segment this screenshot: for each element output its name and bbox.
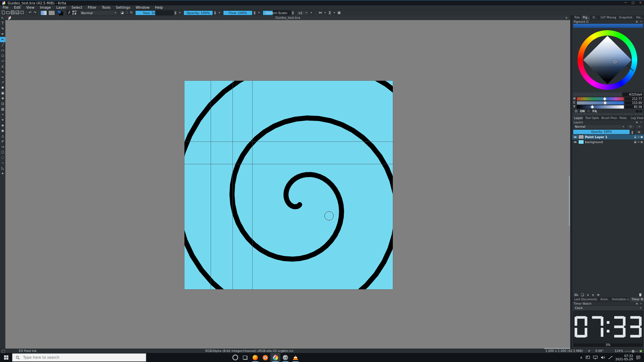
float-docker-icon[interactable]: ▣	[636, 20, 639, 23]
action-center-icon[interactable]	[636, 356, 641, 360]
toolbox-tool[interactable]: ▱	[0, 58, 5, 64]
workspace-chooser-button[interactable]	[72, 10, 77, 15]
blender-icon[interactable]	[260, 353, 270, 362]
docker-tab[interactable]: Timer W...	[630, 297, 644, 302]
luma-slider[interactable]	[577, 105, 624, 109]
alpha-lock-icon[interactable]: α	[638, 140, 639, 143]
flow-spinner[interactable]: ▲▼	[253, 10, 257, 15]
docker-tab[interactable]: Tela	[572, 15, 581, 20]
close-button[interactable]: ✕	[637, 1, 644, 5]
docker-tab[interactable]: Tool Optio...	[583, 116, 599, 120]
color-dot[interactable]	[636, 110, 639, 113]
toolbox-tool[interactable]: ✎	[0, 26, 5, 32]
alpha-checker[interactable]	[573, 93, 622, 97]
alpha-lock-icon[interactable]: α	[638, 135, 639, 138]
layer-options-button[interactable]: ≡	[635, 130, 643, 134]
document-close-icon[interactable]: ✕	[565, 16, 568, 19]
docker-tab[interactable]: Log Viewer	[629, 116, 644, 120]
visibility-eye-icon[interactable]	[573, 136, 577, 138]
toolbox-tool[interactable]: ∿	[0, 69, 5, 74]
docker-tab[interactable]: LUT Manag...	[598, 15, 617, 20]
docker-tab[interactable]: Brush Presets	[599, 116, 618, 120]
move-layer-up-button[interactable]: ∧	[592, 293, 594, 297]
toolbox-tool[interactable]: ↝	[0, 144, 5, 149]
layer-row-background[interactable]: background α ▣	[572, 139, 644, 144]
resources-button[interactable]	[20, 10, 25, 15]
guide-horizontal[interactable]	[184, 141, 393, 142]
delete-layer-button[interactable]	[639, 293, 642, 297]
docker-tab[interactable]: Layers	[572, 116, 583, 120]
firefox-icon[interactable]	[250, 353, 260, 362]
menu-item[interactable]: Window	[133, 5, 152, 9]
zoom-slider[interactable]	[625, 351, 638, 352]
task-view-icon[interactable]	[240, 353, 250, 362]
toolbox-tool[interactable]: ✱	[0, 85, 5, 90]
mirror-vertical-icon[interactable]: ⋈	[318, 10, 323, 15]
animation-frame-icon[interactable]: ▣	[640, 135, 643, 138]
new-document-button[interactable]	[1, 10, 6, 15]
toolbox-tool[interactable]: ▣	[0, 90, 5, 96]
docker-tab[interactable]: Last Documents Do...	[572, 297, 598, 302]
vm-window-icon[interactable]	[586, 356, 590, 359]
blending-mode-dropdown[interactable]: Normal▾	[79, 10, 118, 15]
luma-value[interactable]: 85.58	[625, 105, 643, 109]
toolbox-tool[interactable]: ▭	[0, 48, 5, 53]
float-docker-icon[interactable]: ▣	[636, 121, 639, 124]
menu-item[interactable]: Tools	[99, 5, 113, 9]
size-options-caret[interactable]: ▾	[177, 10, 182, 15]
docker-tab[interactable]: Palet...	[618, 116, 629, 120]
eraser-mode-button[interactable]: ◪	[120, 10, 124, 15]
visibility-eye-icon[interactable]	[573, 141, 577, 143]
document-canvas[interactable]	[184, 81, 393, 289]
menu-item[interactable]: Select	[69, 5, 85, 9]
docker-tab[interactable]: Animation cu...	[610, 297, 630, 302]
size-spinner[interactable]: ▲▼	[173, 10, 177, 15]
layer-filter-caret[interactable]: ▾	[636, 124, 643, 129]
pen-link-icon[interactable]	[608, 356, 612, 359]
menu-item[interactable]: File	[0, 5, 11, 9]
wraparound-mode-icon[interactable]: ▦	[337, 10, 341, 15]
mini-palette-row[interactable]	[573, 113, 643, 115]
mirror-vertical-caret[interactable]: ▾	[323, 10, 327, 15]
layer-opacity-slider[interactable]: Opacity: 100%	[573, 130, 630, 134]
color-cursor[interactable]	[613, 60, 617, 63]
toolbox-tool[interactable]: ◌	[0, 155, 5, 160]
toolbox-tool[interactable]: ✐	[0, 139, 5, 144]
gradient-swatch[interactable]	[40, 10, 47, 15]
chroma-value[interactable]: 153.69	[625, 101, 643, 105]
show-hidden-icons[interactable]: ∧	[580, 356, 582, 359]
tray-clock[interactable]: 07:33 2021-05-29	[615, 354, 633, 361]
opacity-spinner[interactable]: ▲▼	[213, 10, 217, 15]
toolbox-tool[interactable]: ◺	[0, 166, 5, 171]
toolbox-tool[interactable]: △	[0, 133, 5, 139]
layer-thumbnail[interactable]	[578, 135, 584, 139]
reload-preset-button[interactable]: ↻	[129, 10, 134, 15]
guide-vertical[interactable]	[232, 81, 233, 289]
toolbox-tool[interactable]: ◈	[0, 123, 5, 128]
toolbox-tool[interactable]: ↗	[0, 80, 5, 85]
toolbox-tool[interactable]: ↖	[0, 15, 5, 21]
brush-size-slider[interactable]: Size: 50.00 px	[135, 10, 173, 15]
minimize-button[interactable]: ─	[622, 1, 629, 5]
canvas-area[interactable]	[5, 20, 570, 349]
toolbox-tool[interactable]: ○	[0, 53, 5, 58]
opacity-slider[interactable]: Opacity: 100%	[183, 10, 213, 15]
pattern-swatch[interactable]	[48, 10, 55, 15]
guide-vertical[interactable]	[252, 81, 253, 289]
move-layer-down-button[interactable]: ∨	[587, 293, 589, 297]
mirror-horizontal-icon[interactable]: ⋈	[327, 10, 332, 15]
start-button[interactable]	[0, 353, 12, 362]
save-button[interactable]	[11, 10, 15, 15]
toolbox-tool[interactable]: ✧	[0, 112, 5, 117]
docker-tab[interactable]: O...	[590, 15, 598, 20]
krita-taskbar-icon[interactable]	[270, 353, 280, 362]
save-as-button[interactable]	[15, 10, 20, 15]
toolbox-tool[interactable]: ✒	[0, 32, 5, 37]
undo-button[interactable]: ↶	[28, 10, 33, 15]
fil-checkbox[interactable]	[587, 109, 590, 113]
add-layer-button[interactable]: ⊞▾	[574, 293, 578, 297]
title-bar[interactable]: Guides_test.kra (42.5 MiB) - Krita ─ ▢ ✕	[0, 0, 644, 5]
vlc-icon[interactable]	[290, 353, 301, 362]
opacity-options-caret[interactable]: ▾	[217, 10, 222, 15]
close-docker-icon[interactable]: ✕	[640, 121, 643, 124]
